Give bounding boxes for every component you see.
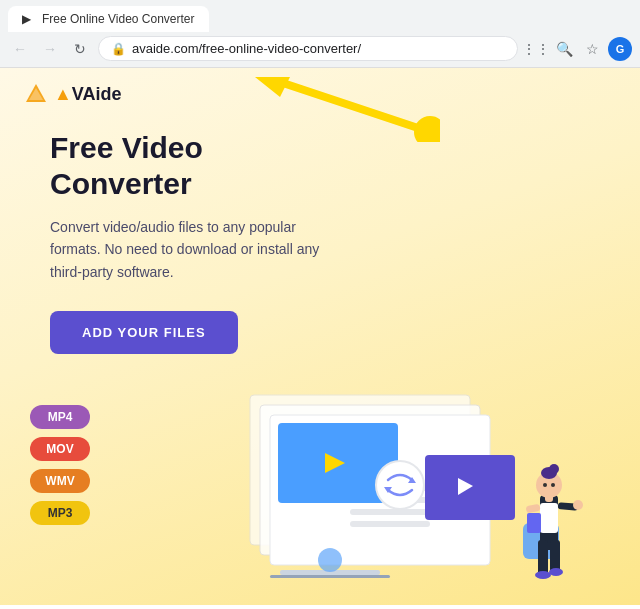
svg-point-39 xyxy=(318,548,342,572)
svg-point-14 xyxy=(376,461,424,509)
illustration-container: ♪ xyxy=(190,375,610,605)
svg-rect-11 xyxy=(350,521,430,527)
format-badges: MP4 MOV WMV MP3 xyxy=(30,405,90,525)
badge-mov: MOV xyxy=(30,437,90,461)
site-header: ▲VAide xyxy=(0,68,640,120)
add-files-button[interactable]: ADD YOUR FILES xyxy=(50,311,238,354)
page-content: ▲VAide Free Video Converter Convert vide… xyxy=(0,68,640,605)
illustration-svg: ♪ xyxy=(190,375,610,605)
browser-tabs: ▶ Free Online Video Converter xyxy=(0,0,640,32)
hero-title: Free Video Converter xyxy=(50,130,470,202)
url-text: avaide.com/free-online-video-converter/ xyxy=(132,41,361,56)
address-bar[interactable]: 🔒 avaide.com/free-online-video-converter… xyxy=(98,36,518,61)
logo-text: ▲VAide xyxy=(54,84,122,105)
logo-icon xyxy=(24,82,48,106)
search-button[interactable]: 🔍 xyxy=(552,37,576,61)
browser-tab[interactable]: ▶ Free Online Video Converter xyxy=(8,6,209,32)
lock-icon: 🔒 xyxy=(111,42,126,56)
browser-toolbar: ← → ↻ 🔒 avaide.com/free-online-video-con… xyxy=(0,32,640,67)
svg-point-35 xyxy=(551,483,555,487)
forward-button[interactable]: → xyxy=(38,37,62,61)
badge-wmv: WMV xyxy=(30,469,90,493)
profile-avatar[interactable]: G xyxy=(608,37,632,61)
reload-button[interactable]: ↻ xyxy=(68,37,92,61)
badge-mp3: MP3 xyxy=(30,501,90,525)
tab-favicon: ▶ xyxy=(22,12,36,26)
badge-mp4: MP4 xyxy=(30,405,90,429)
bookmark-button[interactable]: ☆ xyxy=(580,37,604,61)
tab-label: Free Online Video Converter xyxy=(42,12,195,26)
svg-rect-36 xyxy=(527,513,541,533)
svg-point-29 xyxy=(573,500,583,510)
svg-rect-27 xyxy=(526,504,541,513)
svg-point-25 xyxy=(549,568,563,576)
hero-description: Convert video/audio files to any popular… xyxy=(50,216,350,283)
svg-rect-22 xyxy=(538,540,548,575)
svg-point-33 xyxy=(549,464,559,474)
hero-section: Free Video Converter Convert video/audio… xyxy=(0,120,520,354)
extensions-button[interactable]: ⋮⋮ xyxy=(524,37,548,61)
browser-chrome: ▶ Free Online Video Converter ← → ↻ 🔒 av… xyxy=(0,0,640,68)
svg-rect-26 xyxy=(540,503,558,533)
svg-point-34 xyxy=(543,483,547,487)
toolbar-right: ⋮⋮ 🔍 ☆ G xyxy=(524,37,632,61)
svg-rect-23 xyxy=(550,540,560,572)
svg-rect-38 xyxy=(270,575,390,578)
logo: ▲VAide xyxy=(24,82,122,106)
svg-point-24 xyxy=(535,571,551,579)
back-button[interactable]: ← xyxy=(8,37,32,61)
